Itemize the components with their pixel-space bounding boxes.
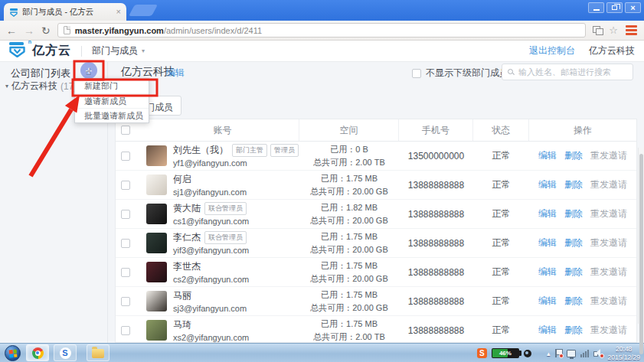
resend-invite-link[interactable]: 重发邀请	[590, 149, 627, 162]
hide-subdept-filter[interactable]: 不显示下级部门成员	[412, 67, 508, 80]
space-cell: 已用：0 B 总共可用：2.00 TB	[299, 143, 399, 168]
delete-link[interactable]: 删除	[564, 324, 583, 337]
hidden-icons-button[interactable]: ▴	[547, 350, 551, 357]
resend-invite-link[interactable]: 重发邀请	[590, 324, 627, 337]
edit-link[interactable]: 编辑	[538, 236, 557, 249]
hide-subdept-checkbox[interactable]	[412, 69, 421, 78]
resend-invite-link[interactable]: 重发邀请	[590, 266, 627, 279]
network-signal-icon[interactable]	[580, 349, 589, 357]
space-used: 已用：1.82 MB	[299, 201, 399, 214]
row-checkbox[interactable]	[121, 210, 130, 219]
resend-invite-link[interactable]: 重发邀请	[590, 295, 627, 308]
member-email: sj1@yifangyun.com	[173, 188, 247, 197]
back-button[interactable]: ←	[6, 25, 17, 36]
delete-link[interactable]: 删除	[564, 295, 583, 308]
search-input[interactable]	[518, 67, 627, 77]
sidebar-item-company[interactable]: ▾ 亿方云科技(17)	[5, 80, 77, 93]
browser-menu-icon[interactable]	[625, 24, 638, 37]
url-bar[interactable]: master.yifangyun.com/admin/users/index/d…	[57, 23, 587, 38]
delete-link[interactable]: 删除	[564, 236, 583, 249]
menu-item[interactable]: 新建部门	[75, 79, 149, 93]
window-minimize-button[interactable]	[588, 2, 604, 13]
page-action-icon[interactable]	[593, 26, 602, 34]
avatar	[146, 262, 167, 282]
space-total: 总共可用：20.00 GB	[299, 185, 399, 198]
badge-wrap: 联合管理员	[204, 202, 247, 215]
search-icon	[508, 69, 514, 75]
row-checkbox[interactable]	[121, 297, 130, 306]
phone-cell: 13888888888	[399, 180, 473, 191]
display-tray-icon[interactable]	[567, 350, 576, 357]
tab-favicon-icon	[9, 8, 18, 17]
member-name: 马琦	[173, 318, 191, 331]
space-cell: 已用：1.75 MB 总共可用：20.00 GB	[299, 230, 399, 256]
taskbar-sogou-button[interactable]: S	[54, 344, 77, 361]
edit-department-link[interactable]: 编辑	[166, 67, 185, 80]
row-checkbox[interactable]	[121, 239, 130, 248]
column-header-phone: 手机号	[399, 119, 473, 141]
power-tray-icon[interactable]	[524, 350, 531, 357]
badge-wrap: 部门主管管理员	[232, 144, 299, 157]
member-name: 李仁杰	[173, 231, 201, 244]
delete-link[interactable]: 删除	[564, 266, 583, 279]
space-total: 总共可用：20.00 GB	[299, 243, 399, 256]
edit-link[interactable]: 编辑	[538, 324, 557, 337]
taskbar-explorer-button[interactable]	[87, 344, 110, 361]
member-email: cs1@yifangyun.com	[173, 217, 249, 226]
menu-item[interactable]: 批量邀请新成员	[75, 108, 149, 122]
exit-console-link[interactable]: 退出控制台	[529, 44, 575, 57]
status-cell: 正常	[473, 149, 529, 162]
role-badge: 联合管理员	[204, 231, 247, 244]
row-checkbox[interactable]	[121, 268, 130, 277]
window-close-button[interactable]: ×	[625, 2, 641, 13]
taskbar-chrome-button[interactable]	[26, 344, 49, 361]
volume-muted-icon[interactable]	[593, 349, 603, 357]
reload-button[interactable]: ↻	[41, 25, 51, 36]
space-used: 已用：0 B	[299, 143, 399, 156]
status-cell: 正常	[473, 266, 529, 279]
tab-close-icon[interactable]: ×	[116, 8, 121, 16]
edit-link[interactable]: 编辑	[538, 178, 557, 191]
row-checkbox[interactable]	[121, 326, 130, 335]
forward-button[interactable]: →	[24, 25, 34, 36]
delete-link[interactable]: 删除	[564, 149, 583, 162]
delete-link[interactable]: 删除	[564, 207, 583, 220]
browser-tab[interactable]: 部门与成员 - 亿方云 ×	[4, 3, 126, 21]
nav-dropdown[interactable]: 部门与成员 ▾	[92, 44, 145, 57]
bookmark-star-icon[interactable]: ☆	[609, 25, 618, 35]
filter-label: 不显示下级部门成员	[426, 67, 508, 80]
new-tab-button[interactable]	[129, 5, 158, 16]
taskbar-clock[interactable]: 20:48 2015/12/29	[607, 345, 642, 361]
edit-link[interactable]: 编辑	[538, 207, 557, 220]
sogou-input-tray-icon[interactable]: S	[477, 348, 487, 358]
table-header-row: 账号 空间 手机号 状态 操作	[116, 119, 636, 142]
minimize-icon	[593, 9, 600, 11]
edit-link[interactable]: 编辑	[538, 149, 557, 162]
taskbar: S S 46% ▴ 20:48 2015/12/29	[0, 343, 644, 362]
member-email: cs2@yifangyun.com	[173, 275, 249, 284]
edit-link[interactable]: 编辑	[538, 295, 557, 308]
vertical-scrollbar[interactable]	[638, 148, 644, 324]
badge-wrap: 联合管理员	[204, 231, 247, 244]
resend-invite-link[interactable]: 重发邀请	[590, 236, 627, 249]
action-center-icon[interactable]	[554, 349, 562, 357]
resend-invite-link[interactable]: 重发邀请	[590, 178, 627, 191]
resend-invite-link[interactable]: 重发邀请	[590, 207, 627, 220]
select-all-checkbox[interactable]	[121, 126, 130, 135]
search-box[interactable]	[502, 64, 633, 80]
column-header-account: 账号	[146, 119, 299, 141]
row-checkbox[interactable]	[121, 152, 130, 161]
phone-cell: 13888888888	[399, 325, 473, 336]
table-row: 李仁杰联合管理员 yif3@yifangyun.com 已用：1.75 MB 总…	[116, 229, 636, 258]
row-checkbox[interactable]	[121, 181, 130, 190]
tree-expand-icon[interactable]: ▾	[5, 83, 8, 90]
space-total: 总共可用：2.00 TB	[299, 331, 399, 344]
scrollbar-thumb[interactable]	[639, 154, 643, 354]
battery-indicator[interactable]: 46%	[492, 348, 519, 358]
window-restore-button[interactable]	[606, 2, 623, 13]
delete-link[interactable]: 删除	[564, 178, 583, 191]
start-button[interactable]	[5, 345, 21, 361]
edit-link[interactable]: 编辑	[538, 266, 557, 279]
company-name: 亿方云科技	[589, 44, 635, 57]
menu-item[interactable]: 邀请新成员	[75, 93, 149, 108]
